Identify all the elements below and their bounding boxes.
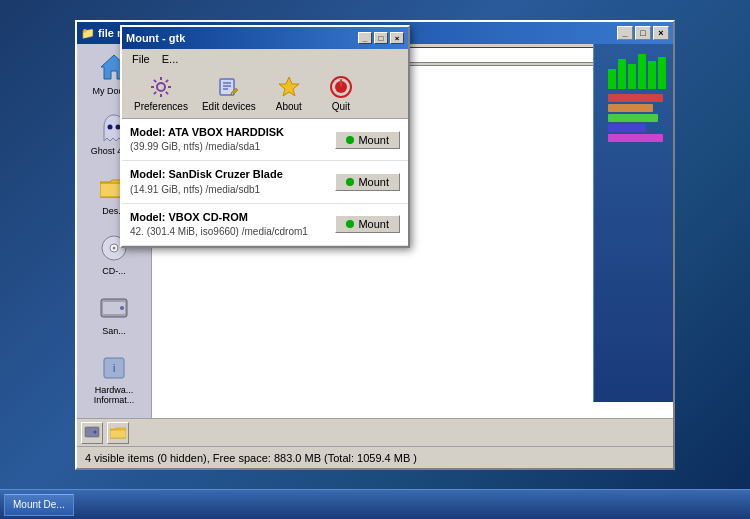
device-list: Model: ATA VBOX HARDDISK (39.99 GiB, ntf…	[122, 119, 408, 246]
about-button[interactable]: About	[264, 73, 314, 114]
mount-button-sda1[interactable]: Mount	[335, 131, 400, 149]
device-details-sda1: (39.99 GiB, ntfs) /media/sda1	[130, 140, 335, 154]
mount-menu-edit[interactable]: E...	[156, 51, 185, 67]
drive-small-icon	[84, 426, 100, 440]
mount-button-cdrom1[interactable]: Mount	[335, 215, 400, 233]
svg-rect-26	[628, 64, 636, 89]
mount-button-sdb1[interactable]: Mount	[335, 173, 400, 191]
device-item-sda1: Model: ATA VBOX HARDDISK (39.99 GiB, ntf…	[122, 119, 408, 161]
mount-close-button[interactable]: ×	[390, 32, 404, 44]
file-manager-status: 4 visible items (0 hidden), Free space: …	[77, 446, 673, 468]
minimize-button[interactable]: _	[617, 26, 633, 40]
mount-titlebar-buttons: _ □ ×	[358, 32, 404, 44]
close-button[interactable]: ×	[653, 26, 669, 40]
mount-label-cdrom1: Mount	[358, 218, 389, 230]
preferences-icon	[149, 75, 173, 99]
svg-text:i: i	[113, 363, 115, 374]
edit-devices-icon	[217, 75, 241, 99]
quit-label: Quit	[332, 101, 350, 112]
right-panel	[593, 44, 673, 402]
colored-bars	[608, 94, 668, 142]
svg-point-2	[108, 125, 113, 130]
svg-point-7	[113, 247, 116, 250]
folder-small-icon	[110, 426, 126, 440]
device-name-sdb1: Model: SanDisk Cruzer Blade	[130, 167, 335, 182]
about-label: About	[276, 101, 302, 112]
green-chart-icon	[608, 49, 668, 89]
svg-rect-29	[658, 57, 666, 89]
edit-devices-button[interactable]: Edit devices	[196, 73, 262, 114]
drive-icon	[98, 292, 130, 324]
mount-label-sdb1: Mount	[358, 176, 389, 188]
svg-rect-27	[638, 54, 646, 89]
svg-rect-32	[110, 430, 126, 438]
svg-rect-30	[85, 427, 99, 437]
svg-point-10	[120, 306, 124, 310]
svg-rect-24	[608, 69, 616, 89]
maximize-button[interactable]: □	[635, 26, 651, 40]
green-indicator-sda1	[346, 136, 354, 144]
fm-icon-bar	[77, 418, 673, 446]
device-details-sdb1: (14.91 GiB, ntfs) /media/sdb1	[130, 183, 335, 197]
mount-window: Mount - gtk _ □ × File E... Preferences	[120, 25, 410, 248]
svg-rect-28	[648, 61, 656, 89]
device-info-cdrom1: Model: VBOX CD-ROM 42. (301.4 MiB, iso96…	[130, 210, 335, 239]
status-text: 4 visible items (0 hidden), Free space: …	[85, 452, 417, 464]
mount-titlebar: Mount - gtk _ □ ×	[122, 27, 408, 49]
sidebar-item-hardware-label: Hardwa... Informat...	[81, 386, 147, 406]
preferences-button[interactable]: Preferences	[128, 73, 194, 114]
taskbar-item-label: Mount De...	[13, 499, 65, 510]
sidebar-item-san[interactable]: San...	[77, 284, 151, 344]
mount-label-sda1: Mount	[358, 134, 389, 146]
quit-icon	[329, 75, 353, 99]
svg-marker-39	[279, 77, 299, 96]
sidebar-item-cd-label: CD-...	[102, 266, 126, 276]
green-indicator-cdrom1	[346, 220, 354, 228]
mount-minimize-button[interactable]: _	[358, 32, 372, 44]
device-info-sdb1: Model: SanDisk Cruzer Blade (14.91 GiB, …	[130, 167, 335, 196]
svg-point-31	[94, 430, 97, 433]
quit-button[interactable]: Quit	[316, 73, 366, 114]
device-item-sdb1: Model: SanDisk Cruzer Blade (14.91 GiB, …	[122, 161, 408, 203]
titlebar-buttons: _ □ ×	[617, 26, 669, 40]
sidebar-item-hardware[interactable]: i Hardwa... Informat...	[77, 344, 151, 414]
mount-toolbar: Preferences Edit devices	[122, 69, 408, 119]
taskbar: Mount De...	[0, 489, 750, 519]
mount-window-title: Mount - gtk	[126, 32, 185, 44]
edit-devices-label: Edit devices	[202, 101, 256, 112]
green-indicator-sdb1	[346, 178, 354, 186]
fm-drive-icon-btn[interactable]	[81, 422, 103, 444]
svg-point-33	[157, 83, 165, 91]
sidebar-item-san-label: San...	[102, 326, 126, 336]
device-name-sda1: Model: ATA VBOX HARDDISK	[130, 125, 335, 140]
hardware-icon: i	[98, 352, 130, 384]
device-details-cdrom1: 42. (301.4 MiB, iso9660) /media/cdrom1	[130, 225, 335, 239]
mount-maximize-button[interactable]: □	[374, 32, 388, 44]
device-name-cdrom1: Model: VBOX CD-ROM	[130, 210, 335, 225]
device-item-cdrom1: Model: VBOX CD-ROM 42. (301.4 MiB, iso96…	[122, 204, 408, 246]
preferences-label: Preferences	[134, 101, 188, 112]
device-info-sda1: Model: ATA VBOX HARDDISK (39.99 GiB, ntf…	[130, 125, 335, 154]
about-icon	[277, 75, 301, 99]
fm-folder-icon-btn[interactable]	[107, 422, 129, 444]
mount-menu-file[interactable]: File	[126, 51, 156, 67]
svg-rect-42	[340, 79, 342, 87]
mount-menubar: File E...	[122, 49, 408, 69]
taskbar-item-mount[interactable]: Mount De...	[4, 494, 74, 516]
svg-rect-25	[618, 59, 626, 89]
